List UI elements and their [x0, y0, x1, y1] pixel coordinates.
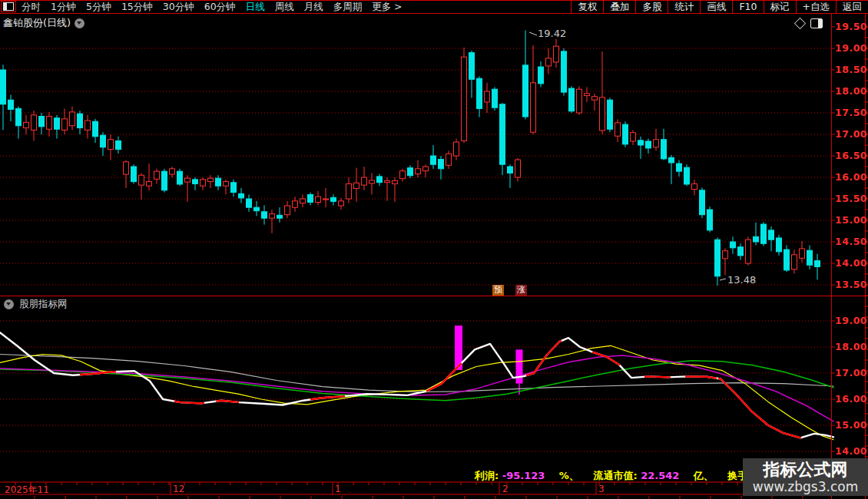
period-item-1[interactable]: 1分钟: [51, 0, 76, 14]
cap-value: 22.542: [641, 470, 679, 481]
action-item-2[interactable]: 多股: [635, 0, 668, 14]
profit-value: -95.123: [502, 470, 545, 481]
month-label-4: 3: [598, 484, 605, 494]
cap-unit: 亿、: [694, 470, 714, 481]
period-item-0[interactable]: 分时: [22, 0, 41, 14]
price-tick-5: 17.00: [835, 128, 866, 140]
profit-unit: %、: [559, 470, 579, 481]
ind-tick-4: 15.00: [835, 419, 866, 431]
period-item-8[interactable]: 月线: [304, 0, 323, 14]
price-tick-11: 14.00: [835, 257, 866, 269]
symbol-title: 鑫铂股份(日线): [3, 16, 71, 30]
period-item-5[interactable]: 60分钟: [204, 0, 236, 14]
stock-app-window: 分时1分钟5分钟15分钟30分钟60分钟日线周线月线多周期更多 > 复权叠加多股…: [0, 0, 868, 499]
action-item-3[interactable]: 统计: [668, 0, 700, 14]
price-tick-0: 19.50: [835, 21, 866, 33]
profit-label: 利润:: [475, 470, 499, 481]
action-menu: 复权叠加多股统计画线F10标记+自选返回: [571, 0, 868, 14]
period-item-4[interactable]: 30分钟: [163, 0, 194, 14]
price-tick-10: 14.50: [835, 236, 866, 248]
layout-icon: [3, 2, 14, 11]
chart-canvas: [0, 0, 868, 499]
ind-tick-1: 18.00: [835, 341, 866, 353]
period-item-9[interactable]: 多周期: [333, 0, 363, 14]
indicator-chevron-down-icon[interactable]: [4, 299, 14, 309]
price-tick-1: 19.00: [835, 42, 866, 55]
indicator-header: 股朋指标网: [4, 298, 68, 311]
watermark-url: www.zbgs3.com: [753, 479, 858, 494]
ind-tick-5: 14.00: [835, 445, 866, 458]
period-menu: 分时1分钟5分钟15分钟30分钟60分钟日线周线月线多周期更多 >: [22, 0, 403, 14]
price-tick-8: 15.50: [835, 193, 866, 205]
action-item-8[interactable]: 返回: [836, 0, 868, 14]
chart-corner-icons: [796, 18, 823, 28]
price-tick-9: 15.00: [835, 214, 866, 226]
price-tick-12: 13.50: [835, 279, 866, 291]
period-item-3[interactable]: 15分钟: [121, 0, 153, 14]
panel-icon[interactable]: [810, 18, 823, 28]
cap-label: 流通市值:: [593, 470, 637, 481]
price-tick-4: 17.50: [835, 107, 866, 119]
badge-pre[interactable]: 预: [492, 285, 504, 296]
high-price-annotation: 19.42: [538, 28, 566, 39]
action-item-0[interactable]: 复权: [571, 0, 603, 14]
period-item-10[interactable]: 更多 >: [372, 0, 402, 14]
ind-tick-3: 16.00: [835, 393, 866, 405]
month-label-0: 2025年11: [5, 484, 49, 497]
diamond-icon[interactable]: [794, 18, 807, 30]
chevron-down-icon[interactable]: [75, 18, 84, 28]
action-item-7[interactable]: +自选: [796, 0, 836, 14]
period-item-7[interactable]: 周线: [275, 0, 294, 14]
title-row: 鑫铂股份(日线): [3, 16, 84, 30]
month-label-3: 2: [502, 484, 509, 494]
price-tick-6: 16.50: [835, 150, 866, 162]
period-item-6[interactable]: 日线: [246, 0, 265, 14]
layout-panel-button[interactable]: [1, 1, 16, 12]
price-tick-2: 18.50: [835, 64, 866, 76]
watermark: 指标公式网 www.zbgs3.com: [743, 458, 868, 496]
low-price-annotation: 13.48: [727, 274, 756, 286]
watermark-title: 指标公式网: [764, 461, 848, 479]
month-label-1: 12: [173, 484, 184, 494]
ind-tick-0: 19.00: [835, 315, 866, 327]
ind-tick-2: 17.00: [835, 367, 866, 379]
price-tick-3: 18.00: [835, 85, 866, 97]
action-item-6[interactable]: 标记: [764, 0, 796, 14]
month-label-2: 1: [335, 484, 341, 494]
action-item-5[interactable]: F10: [732, 0, 763, 14]
indicator-title: 股朋指标网: [19, 298, 68, 311]
top-toolbar: 分时1分钟5分钟15分钟30分钟60分钟日线周线月线多周期更多 > 复权叠加多股…: [0, 0, 868, 14]
action-item-4[interactable]: 画线: [700, 0, 732, 14]
badge-rise[interactable]: 涨: [515, 285, 527, 296]
period-item-2[interactable]: 5分钟: [86, 0, 111, 14]
price-tick-7: 16.00: [835, 171, 866, 183]
action-item-1[interactable]: 叠加: [603, 0, 635, 14]
